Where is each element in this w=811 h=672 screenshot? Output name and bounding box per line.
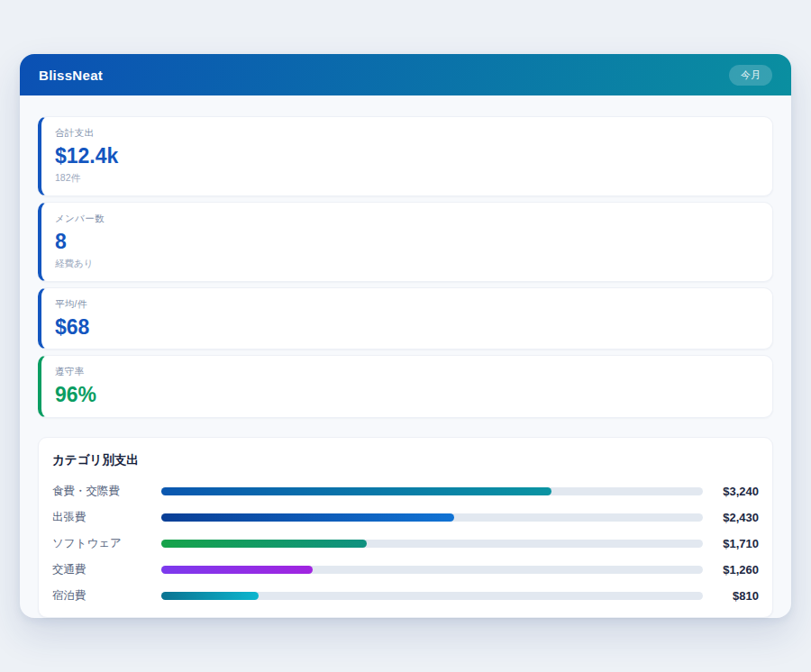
stat-card-average-per-item: 平均/件 $68 (38, 287, 773, 350)
stat-label: 遵守率 (55, 366, 759, 378)
stat-value: $68 (55, 316, 759, 338)
category-row-food-entertainment: 食費・交際費 $3,240 (52, 484, 759, 499)
stat-sub: 経費あり (55, 258, 759, 270)
category-amount: $1,710 (703, 537, 759, 550)
stat-label: メンバー数 (55, 213, 759, 225)
stat-card-compliance-rate: 遵守率 96% (38, 355, 773, 417)
category-amount: $2,430 (703, 511, 759, 524)
category-label: 宿泊費 (52, 588, 161, 604)
stat-sub: 182件 (55, 172, 759, 185)
category-label: ソフトウェア (52, 536, 161, 551)
bar-fill (161, 566, 313, 574)
stat-value: 96% (55, 384, 759, 405)
period-badge[interactable]: 今月 (729, 65, 772, 86)
bar-fill (161, 487, 551, 495)
bar-track (161, 513, 703, 522)
category-spend-title: カテゴリ別支出 (52, 452, 759, 468)
category-label: 出張費 (52, 510, 161, 525)
stat-value: $12.4k (55, 145, 759, 167)
stat-card-total-spend: 合計支出 $12.4k 182件 (38, 116, 773, 196)
category-amount: $3,240 (703, 485, 759, 498)
bar-track (161, 592, 703, 600)
category-row-transport: 交通費 $1,260 (52, 562, 759, 577)
bar-track (161, 487, 703, 495)
app-title: BlissNeat (39, 68, 103, 83)
bar-track (161, 566, 703, 574)
category-row-lodging: 宿泊費 $810 (52, 588, 759, 604)
category-amount: $1,260 (703, 563, 759, 577)
category-row-software: ソフトウェア $1,710 (52, 536, 759, 551)
stat-label: 平均/件 (55, 298, 759, 311)
category-label: 交通費 (52, 562, 161, 577)
category-label: 食費・交際費 (52, 484, 161, 499)
dashboard-content: 合計支出 $12.4k 182件 メンバー数 8 経費あり 平均/件 $68 遵… (20, 95, 791, 639)
app-header: BlissNeat 今月 (20, 54, 791, 95)
bar-fill (161, 540, 367, 548)
bar-fill (161, 513, 454, 522)
bar-fill (161, 592, 259, 600)
category-row-business-travel: 出張費 $2,430 (52, 510, 759, 525)
stat-value: 8 (55, 231, 759, 252)
category-spend-card: カテゴリ別支出 食費・交際費 $3,240 出張費 $2,430 ソフトウェア … (38, 437, 773, 618)
dashboard-panel: BlissNeat 今月 合計支出 $12.4k 182件 メンバー数 8 経費… (20, 54, 791, 618)
stat-label: 合計支出 (55, 127, 759, 140)
bar-track (161, 540, 703, 548)
category-amount: $810 (703, 589, 759, 603)
stat-card-member-count: メンバー数 8 経費あり (38, 202, 773, 282)
